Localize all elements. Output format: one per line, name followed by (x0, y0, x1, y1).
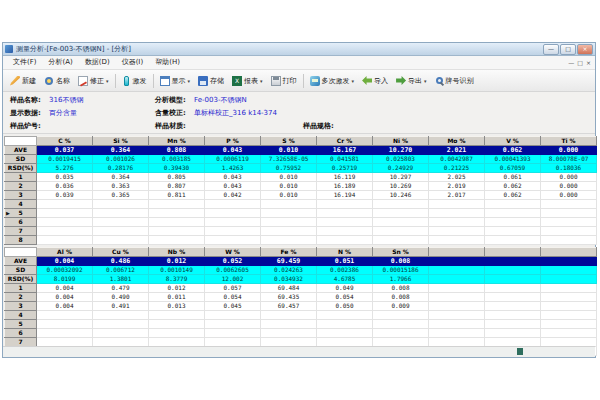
row-header-1[interactable]: 1 (5, 173, 37, 182)
data-cell[interactable] (317, 218, 373, 227)
stat-cell[interactable]: 0.012 (149, 257, 205, 266)
data-cell[interactable]: 0.062 (485, 191, 541, 200)
stat-cell[interactable]: 0.004 (37, 257, 93, 266)
data-cell[interactable] (541, 311, 597, 320)
data-cell[interactable] (205, 311, 261, 320)
row-header-8[interactable]: 8 (5, 236, 37, 245)
data-cell[interactable]: 0.004 (37, 284, 93, 293)
chevron-down-icon[interactable]: ▾ (260, 78, 263, 84)
row-header-ave[interactable]: AVE (5, 257, 37, 266)
stat-cell[interactable]: 0.364 (93, 146, 149, 155)
stat-cell[interactable]: 10.270 (373, 146, 429, 155)
menu-item-help[interactable]: 帮助(H) (149, 56, 186, 69)
stat-cell[interactable]: 0.010 (261, 146, 317, 155)
data-cell[interactable]: 0.050 (317, 302, 373, 311)
stat-cell[interactable]: 0.28176 (93, 164, 149, 173)
data-cell[interactable] (149, 227, 205, 236)
stat-cell[interactable] (429, 266, 485, 275)
data-cell[interactable] (485, 293, 541, 302)
stat-cell[interactable]: 0.052 (205, 257, 261, 266)
menu-item-instrument[interactable]: 仪器(I) (116, 56, 150, 69)
data-cell[interactable]: 16.194 (317, 191, 373, 200)
data-cell[interactable] (429, 302, 485, 311)
data-cell[interactable] (541, 200, 597, 209)
stat-cell[interactable]: 69.459 (261, 257, 317, 266)
stat-cell[interactable]: 0.00041393 (485, 155, 541, 164)
data-cell[interactable]: 0.010 (261, 191, 317, 200)
data-cell[interactable] (429, 218, 485, 227)
data-cell[interactable] (205, 200, 261, 209)
data-cell[interactable]: 2.019 (429, 182, 485, 191)
data-cell[interactable] (149, 236, 205, 245)
stat-cell[interactable]: 0.808 (149, 146, 205, 155)
data-cell[interactable]: 0.363 (93, 182, 149, 191)
row-header-6[interactable]: 6 (5, 218, 37, 227)
multi-excite-button[interactable]: 多次激发▾ (306, 75, 359, 87)
data-cell[interactable] (149, 209, 205, 218)
data-cell[interactable] (37, 320, 93, 329)
data-cell[interactable] (93, 329, 149, 338)
stat-cell[interactable]: 8.0199 (37, 275, 93, 284)
stat-cell[interactable] (429, 275, 485, 284)
stat-cell[interactable]: 0.24929 (373, 164, 429, 173)
stat-cell[interactable] (541, 257, 597, 266)
save-button[interactable]: 存储 (194, 75, 228, 87)
data-cell[interactable]: 0.004 (37, 302, 93, 311)
data-cell[interactable] (205, 329, 261, 338)
data-cell[interactable] (429, 200, 485, 209)
data-cell[interactable] (429, 236, 485, 245)
data-cell[interactable] (485, 236, 541, 245)
stat-cell[interactable]: 1.7966 (373, 275, 429, 284)
stat-cell[interactable]: 0.051 (317, 257, 373, 266)
stat-cell[interactable]: 1.3801 (93, 275, 149, 284)
row-header-3[interactable]: 3 (5, 191, 37, 200)
stat-cell[interactable]: 0.034932 (261, 275, 317, 284)
data-cell[interactable] (93, 236, 149, 245)
data-cell[interactable]: 0.039 (37, 191, 93, 200)
data-cell[interactable] (429, 320, 485, 329)
data-cell[interactable]: 69.484 (261, 284, 317, 293)
data-cell[interactable]: 0.054 (205, 293, 261, 302)
row-header-2[interactable]: 2 (5, 293, 37, 302)
import-button[interactable]: 导入 (358, 75, 392, 87)
menu-item-data[interactable]: 数据(D) (79, 56, 116, 69)
stat-cell[interactable]: 2.021 (429, 146, 485, 155)
name-button[interactable]: 名称 (40, 75, 74, 87)
stat-cell[interactable]: 0.00015186 (373, 266, 429, 275)
data-cell[interactable] (541, 227, 597, 236)
row-header-4[interactable]: 4 (5, 200, 37, 209)
data-cell[interactable]: 0.012 (149, 284, 205, 293)
data-cell[interactable] (93, 200, 149, 209)
data-cell[interactable]: 0.811 (149, 191, 205, 200)
data-cell[interactable]: 2.025 (429, 173, 485, 182)
data-cell[interactable] (37, 200, 93, 209)
data-cell[interactable] (37, 218, 93, 227)
data-cell[interactable] (373, 209, 429, 218)
data-cell[interactable] (261, 236, 317, 245)
row-header-7[interactable]: 7 (5, 227, 37, 236)
data-cell[interactable] (317, 227, 373, 236)
stat-cell[interactable]: 0.025803 (373, 155, 429, 164)
data-cell[interactable] (261, 227, 317, 236)
data-cell[interactable] (541, 236, 597, 245)
data-cell[interactable] (373, 236, 429, 245)
data-cell[interactable]: 0.062 (485, 182, 541, 191)
data-cell[interactable] (93, 209, 149, 218)
data-cell[interactable]: 0.013 (149, 302, 205, 311)
data-cell[interactable]: 0.000 (541, 182, 597, 191)
row-header-3[interactable]: 3 (5, 302, 37, 311)
data-cell[interactable]: 0.479 (93, 284, 149, 293)
stat-cell[interactable]: 0.008 (373, 257, 429, 266)
data-cell[interactable] (485, 209, 541, 218)
data-cell[interactable]: 0.000 (541, 191, 597, 200)
data-cell[interactable] (149, 329, 205, 338)
data-cell[interactable] (261, 209, 317, 218)
grade-id-button[interactable]: 牌号识别 (431, 75, 478, 87)
row-header-rsd[interactable]: RSD(%) (5, 275, 37, 284)
data-cell[interactable] (149, 320, 205, 329)
data-cell[interactable]: 2.017 (429, 191, 485, 200)
data-cell[interactable] (541, 302, 597, 311)
data-cell[interactable] (485, 227, 541, 236)
data-cell[interactable] (317, 200, 373, 209)
mdi-restore-button[interactable]: □ (577, 58, 583, 68)
